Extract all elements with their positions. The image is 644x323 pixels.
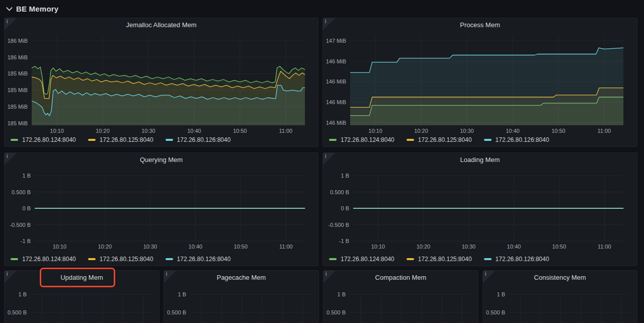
legend-item[interactable]: 172.26.80.126:8040 (484, 136, 549, 143)
legend-item[interactable]: 172.26.80.125:8040 (88, 136, 153, 143)
svg-text:0.500 B: 0.500 B (167, 309, 186, 315)
panel-title[interactable]: Compaction Mem (324, 271, 478, 285)
svg-text:1 B: 1 B (18, 291, 27, 297)
legend: 172.26.80.124:8040172.26.80.125:8040172.… (329, 136, 549, 143)
svg-text:0.500 B: 0.500 B (327, 309, 346, 315)
panel-querying-mem: i Querying Mem 1 B0.500 B0 B-0.500 B-1 B… (4, 152, 318, 266)
legend-item[interactable]: 172.26.80.126:8040 (166, 136, 231, 143)
svg-text:0.500 B: 0.500 B (330, 189, 349, 195)
chart-consistency-mem[interactable]: 1 B0.500 B (483, 285, 637, 323)
chart-canvas[interactable]: 1 B0.500 B0 B-0.500 B-1 B10:1010:2010:30… (5, 167, 318, 251)
chart-updating-mem[interactable]: 1 B0.500 B (5, 285, 159, 323)
panel-info-icon[interactable]: i (5, 18, 17, 30)
svg-text:-1 B: -1 B (339, 238, 349, 244)
svg-text:10:50: 10:50 (551, 128, 566, 134)
legend-swatch (88, 258, 96, 260)
chart-canvas[interactable]: 186 MiB186 MiB185 MiB185 MiB185 MiB185 M… (5, 32, 318, 135)
svg-text:185 MiB: 185 MiB (8, 87, 28, 93)
panel-updating-mem: i Updating Mem 1 B0.500 B (4, 270, 159, 323)
chart-jemalloc-allocated-mem[interactable]: 186 MiB186 MiB185 MiB185 MiB185 MiB185 M… (5, 32, 318, 135)
panel-info-icon[interactable]: i (323, 18, 335, 30)
legend-label: 172.26.80.126:8040 (177, 136, 231, 143)
svg-text:11:00: 11:00 (279, 128, 293, 134)
legend-label: 172.26.80.124:8040 (341, 136, 394, 143)
svg-text:1 B: 1 B (178, 291, 186, 297)
svg-text:1 B: 1 B (497, 291, 505, 297)
panel-info-icon[interactable]: i (323, 153, 335, 165)
chart-canvas[interactable]: 147 MiB146 MiB146 MiB146 MiB146 MiB10:10… (323, 32, 637, 135)
legend-item[interactable]: 172.26.80.125:8040 (407, 256, 472, 263)
legend-label: 172.26.80.125:8040 (418, 256, 472, 263)
svg-text:185 MiB: 185 MiB (8, 120, 28, 126)
panel-title[interactable]: Pagecache Mem (164, 271, 318, 285)
legend-item[interactable]: 172.26.80.125:8040 (88, 256, 153, 263)
legend: 172.26.80.124:8040172.26.80.125:8040172.… (329, 256, 549, 263)
svg-text:10:50: 10:50 (233, 128, 247, 134)
legend-item[interactable]: 172.26.80.124:8040 (329, 256, 394, 263)
panel-title[interactable]: Querying Mem (5, 153, 318, 167)
panel-title[interactable]: Consistency Mem (483, 271, 637, 285)
chart-canvas[interactable]: 1 B0.500 B0 B-0.500 B-1 B10:1010:2010:30… (323, 167, 637, 251)
legend-label: 172.26.80.125:8040 (100, 256, 153, 263)
svg-text:10:40: 10:40 (507, 244, 521, 250)
legend-swatch (329, 139, 337, 141)
svg-text:-1 B: -1 B (21, 238, 31, 244)
chart-canvas[interactable]: 1 B0.500 B (483, 285, 637, 323)
svg-text:10:30: 10:30 (460, 128, 474, 134)
legend-label: 172.26.80.126:8040 (496, 256, 549, 263)
panel-info-icon[interactable]: i (164, 271, 176, 283)
svg-text:186 MiB: 186 MiB (8, 38, 28, 44)
svg-text:10:40: 10:40 (187, 128, 201, 134)
svg-text:0 B: 0 B (22, 205, 31, 211)
chart-compaction-mem[interactable]: 1 B0.500 B (324, 285, 478, 323)
panel-jemalloc-allocated-mem: i Jemalloc Allocated Mem 186 MiB186 MiB1… (4, 18, 318, 147)
chevron-down-icon (6, 5, 13, 11)
panel-title[interactable]: Process Mem (323, 18, 637, 32)
svg-text:10:10: 10:10 (371, 244, 385, 250)
legend-item[interactable]: 172.26.80.125:8040 (407, 136, 472, 143)
legend-item[interactable]: 172.26.80.126:8040 (166, 256, 231, 263)
svg-text:10:20: 10:20 (417, 244, 431, 250)
svg-text:10:10: 10:10 (50, 128, 64, 134)
legend-label: 172.26.80.124:8040 (22, 136, 76, 143)
svg-text:0.500 B: 0.500 B (8, 309, 27, 315)
section-header-be-memory[interactable]: BE Memory (5, 2, 58, 15)
panel-loading-mem: i Loading Mem 1 B0.500 B0 B-0.500 B-1 B1… (323, 152, 637, 266)
legend-item[interactable]: 172.26.80.126:8040 (484, 256, 549, 263)
legend-swatch (166, 139, 173, 141)
chart-pagecache-mem[interactable]: 1 B0.500 B (164, 285, 318, 323)
panel-title[interactable]: Loading Mem (323, 153, 637, 167)
svg-text:1 B: 1 B (341, 173, 349, 179)
chart-canvas[interactable]: 1 B0.500 B (164, 285, 318, 323)
panel-info-icon[interactable]: i (5, 271, 17, 283)
panel-info-icon[interactable]: i (5, 153, 17, 165)
chart-loading-mem[interactable]: 1 B0.500 B0 B-0.500 B-1 B10:1010:2010:30… (323, 167, 637, 251)
legend: 172.26.80.124:8040172.26.80.125:8040172.… (11, 256, 230, 263)
legend-swatch (329, 258, 337, 260)
legend-label: 172.26.80.125:8040 (100, 136, 153, 143)
panel-info-icon[interactable]: i (324, 271, 336, 283)
panel-consistency-mem: i Consistency Mem 1 B0.500 B (482, 270, 637, 323)
svg-text:10:30: 10:30 (462, 244, 476, 250)
legend-item[interactable]: 172.26.80.124:8040 (11, 256, 76, 263)
svg-text:1 B: 1 B (337, 291, 346, 297)
panel-title[interactable]: Updating Mem (5, 271, 159, 285)
svg-text:185 MiB: 185 MiB (8, 70, 28, 76)
svg-text:0 B: 0 B (341, 205, 349, 211)
panel-title[interactable]: Jemalloc Allocated Mem (5, 18, 318, 32)
svg-text:10:20: 10:20 (98, 244, 112, 250)
svg-text:10:50: 10:50 (234, 244, 248, 250)
svg-text:10:30: 10:30 (141, 128, 155, 134)
panel-info-icon[interactable]: i (483, 271, 495, 283)
legend-swatch (11, 258, 18, 260)
legend-item[interactable]: 172.26.80.124:8040 (11, 136, 76, 143)
svg-text:146 MiB: 146 MiB (326, 78, 346, 85)
legend-label: 172.26.80.124:8040 (22, 256, 76, 263)
chart-canvas[interactable]: 1 B0.500 B (5, 285, 159, 323)
chart-process-mem[interactable]: 147 MiB146 MiB146 MiB146 MiB146 MiB10:10… (323, 32, 637, 135)
chart-querying-mem[interactable]: 1 B0.500 B0 B-0.500 B-1 B10:1010:2010:30… (5, 167, 318, 251)
chart-canvas[interactable]: 1 B0.500 B (324, 285, 478, 323)
legend-label: 172.26.80.126:8040 (496, 136, 549, 143)
legend-item[interactable]: 172.26.80.124:8040 (329, 136, 394, 143)
svg-text:10:30: 10:30 (143, 244, 157, 250)
